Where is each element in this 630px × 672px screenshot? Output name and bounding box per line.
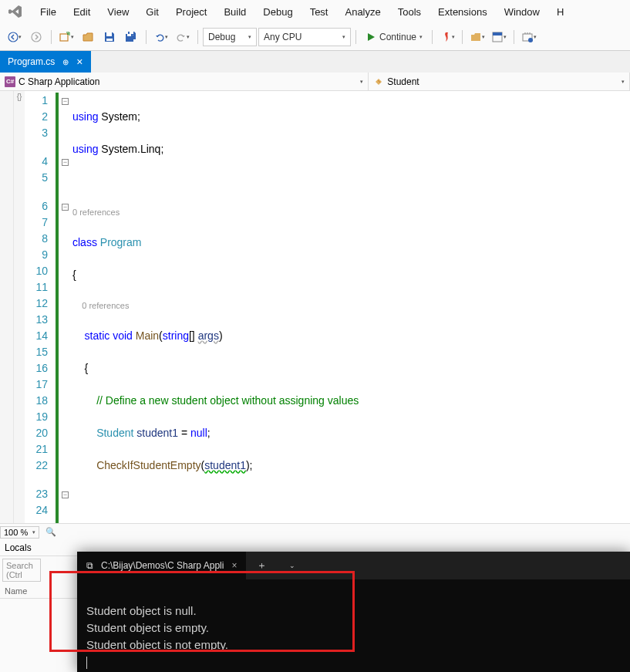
svg-rect-2 [60, 34, 68, 41]
show-files-button[interactable]: ▾ [489, 27, 509, 47]
svg-point-0 [8, 32, 18, 42]
tab-menu-button[interactable]: ⌄ [277, 552, 308, 579]
toolbar: ▾ ▾ ▾ ▾ Debug▾ Any CPU▾ Continue ▾ ▾ ▾ ▾… [0, 23, 630, 51]
terminal-tab[interactable]: ⧉ C:\Bijay\Demos\C Sharp Appli × [77, 552, 246, 579]
class-icon [373, 76, 384, 87]
navigation-bar: C# C Sharp Application ▾ Student ▾ [0, 73, 630, 91]
member-dropdown[interactable]: Student ▾ [369, 73, 630, 90]
play-icon [366, 32, 376, 42]
menu-analyze[interactable]: Analyze [337, 3, 388, 21]
new-project-button[interactable]: ▾ [56, 27, 76, 47]
fold-icon[interactable]: − [62, 159, 69, 166]
menu-tools[interactable]: Tools [390, 3, 429, 21]
svg-rect-7 [130, 32, 133, 34]
menu-debug[interactable]: Debug [255, 3, 300, 21]
fold-icon[interactable]: − [62, 491, 69, 498]
menu-file[interactable]: File [32, 3, 64, 21]
menubar: File Edit View Git Project Build Debug T… [0, 0, 630, 23]
menu-test[interactable]: Test [302, 3, 336, 21]
vs-logo [5, 1, 26, 22]
csharp-icon: C# [5, 76, 15, 87]
undo-button[interactable]: ▾ [151, 27, 171, 47]
hot-reload-button[interactable]: ▾ [437, 27, 457, 47]
open-folder-button[interactable]: ▾ [467, 27, 487, 47]
fold-icon[interactable]: − [62, 98, 69, 105]
fold-icon[interactable]: − [62, 204, 69, 211]
line-numbers: 1 2 3 4 5 6 7 8 9 10 11 12 13 14 15 16 1… [25, 91, 56, 523]
continue-button[interactable]: Continue ▾ [361, 27, 427, 47]
menu-build[interactable]: Build [216, 3, 254, 21]
code-editor[interactable]: {} 1 2 3 4 5 6 7 8 9 10 11 12 13 14 15 1… [0, 91, 630, 523]
svg-point-11 [528, 38, 533, 42]
menu-extensions[interactable]: Extensions [430, 3, 495, 21]
svg-rect-6 [127, 34, 131, 36]
cmd-icon: ⧉ [86, 560, 93, 571]
svg-rect-9 [493, 32, 502, 35]
redo-button[interactable]: ▾ [173, 27, 193, 47]
code-content[interactable]: using System; using System.Linq; 0 refer… [72, 91, 630, 523]
new-tab-button[interactable]: ＋ [246, 552, 277, 579]
menu-window[interactable]: Window [497, 3, 547, 21]
close-icon[interactable]: × [231, 560, 237, 571]
terminal-output[interactable]: Student object is null. Student object i… [77, 579, 630, 672]
svg-rect-5 [106, 39, 113, 41]
zoom-dropdown[interactable]: 100 %▾ [0, 526, 39, 539]
svg-point-3 [67, 33, 69, 35]
codelens-refs[interactable]: 0 references [72, 206, 630, 218]
menu-help-partial[interactable]: H [549, 3, 571, 21]
nav-back-button[interactable]: ▾ [5, 27, 25, 47]
svg-rect-4 [106, 32, 112, 36]
breakpoint-gutter[interactable] [0, 91, 14, 523]
terminal-tabs: ⧉ C:\Bijay\Demos\C Sharp Appli × ＋ ⌄ [77, 552, 630, 579]
menu-edit[interactable]: Edit [66, 3, 98, 21]
search-icon[interactable]: 🔍 [45, 527, 56, 537]
save-all-button[interactable] [121, 27, 141, 47]
fold-gutter[interactable]: − − − − [60, 91, 72, 523]
process-button[interactable]: ▾ [519, 27, 539, 47]
save-button[interactable] [99, 27, 120, 47]
config-dropdown[interactable]: Debug▾ [203, 28, 257, 46]
document-tabs: Program.cs ⊕ × [0, 51, 630, 73]
menu-view[interactable]: View [99, 3, 136, 21]
project-dropdown[interactable]: C# C Sharp Application ▾ [0, 73, 369, 90]
close-icon[interactable]: × [76, 56, 83, 67]
open-file-button[interactable] [78, 27, 98, 47]
editor-status-bar: 100 %▾ 🔍 [0, 523, 630, 540]
menu-git[interactable]: Git [138, 3, 167, 21]
nav-fwd-button[interactable] [26, 27, 46, 47]
locals-search-input[interactable]: Search (Ctrl [2, 559, 41, 582]
outline-icon: {} [14, 91, 25, 523]
terminal-window: ⧉ C:\Bijay\Demos\C Sharp Appli × ＋ ⌄ Stu… [77, 552, 630, 672]
pin-icon[interactable]: ⊕ [62, 58, 69, 66]
tab-program-cs[interactable]: Program.cs ⊕ × [0, 51, 91, 73]
codelens-refs[interactable]: 0 references [72, 299, 630, 312]
svg-point-1 [32, 32, 41, 42]
tab-title: Program.cs [8, 56, 55, 67]
menu-project[interactable]: Project [168, 3, 214, 21]
platform-dropdown[interactable]: Any CPU▾ [258, 28, 351, 46]
